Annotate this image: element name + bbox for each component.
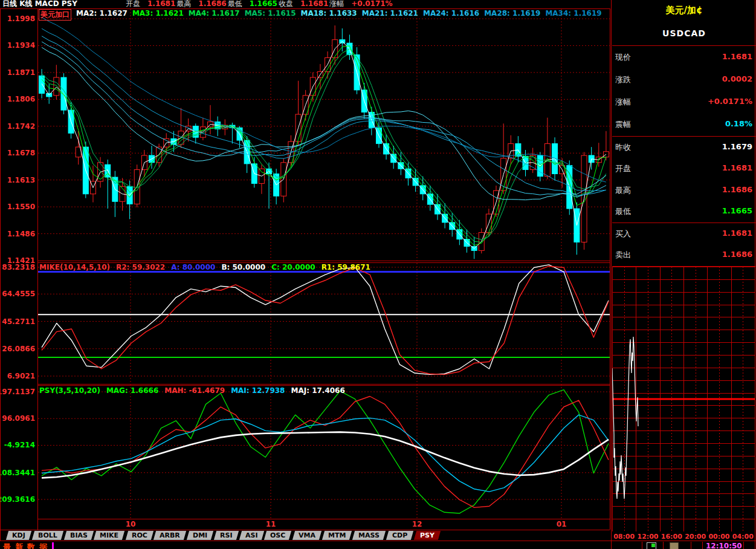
quote-row-value: 1.1679	[722, 142, 752, 153]
quote-field-label: 收盘	[279, 0, 293, 8]
tab-mass[interactable]: MASS	[352, 531, 386, 540]
quote-row-现价: 现价1.1681	[615, 52, 752, 63]
text-cursor	[52, 542, 54, 549]
status-text: 最新数据	[3, 542, 51, 549]
quote-row-label: 最低	[615, 206, 631, 217]
ma-readout: MA18: 1.1633	[301, 9, 357, 21]
svg-text:1.1871: 1.1871	[7, 68, 35, 77]
tab-mike[interactable]: MIKE	[94, 531, 124, 540]
time-label: 12:00	[637, 533, 658, 541]
time-label: 00:00	[708, 533, 729, 541]
svg-text:-209.3616: -209.3616	[0, 495, 35, 504]
quote-row-label: 震幅	[615, 119, 631, 130]
psy-readout: MAJ: 17.4066	[291, 386, 344, 395]
quote-row-最低: 最低1.1665	[615, 206, 752, 217]
indicator-tab-bar: KDJBOLLBIASMIKEROCARBRDMIRSIASIOSCVMAMTM…	[0, 530, 618, 541]
quote-panel: 美元/加¢ USDCAD 08:0012:0016:0020:0000:0004…	[612, 0, 756, 549]
quote-row-value: 1.1665	[722, 206, 752, 217]
quote-row-value: 1.1681	[722, 163, 752, 174]
psy-readout: PSY(3,5,10,20)	[39, 386, 100, 395]
time-label: 16:00	[661, 533, 682, 541]
panel-divider	[612, 136, 756, 137]
svg-text:83.2318: 83.2318	[2, 263, 35, 271]
tab-vma[interactable]: VMA	[292, 531, 321, 540]
svg-text:1.1998: 1.1998	[7, 15, 35, 23]
svg-text:1.1806: 1.1806	[7, 95, 35, 103]
quote-row-value: 1.1681	[722, 52, 752, 63]
ma-readout-row: 美元加口 MA2: 1.1627MA3: 1.1621MA4: 1.1617MA…	[39, 9, 602, 21]
quote-row-label: 现价	[615, 52, 631, 63]
tab-bias[interactable]: BIAS	[63, 531, 93, 540]
mike-readout: MIKE(10,14,5,10)	[39, 263, 110, 271]
intraday-time-axis: 08:0012:0016:0020:0000:0004:00	[612, 533, 755, 541]
quote-row-涨幅: 涨幅+0.0171%	[615, 97, 752, 108]
ma-readout: MA2: 1.1627	[76, 9, 128, 21]
quote-row-value: 0.0002	[722, 74, 752, 85]
time-label: 20:00	[685, 533, 706, 541]
ma-readout: MA24: 1.1616	[423, 9, 479, 21]
svg-text:1.1550: 1.1550	[7, 203, 35, 211]
svg-text:-4.9214: -4.9214	[4, 441, 35, 449]
instrument-label: 美元加口	[39, 9, 71, 21]
instrument-name-cn: 美元/加¢	[612, 5, 756, 16]
mike-readout: R2: 59.3022	[116, 263, 165, 271]
svg-text:64.4555: 64.4555	[2, 290, 35, 298]
mike-readout: A: 80.0000	[171, 263, 215, 271]
tab-mtm[interactable]: MTM	[322, 531, 352, 540]
tab-psy[interactable]: PSY	[414, 531, 441, 540]
quote-row-label: 最高	[615, 185, 631, 196]
svg-text:1.1742: 1.1742	[7, 122, 35, 131]
instrument-code: USDCAD	[612, 28, 756, 38]
quote-row-value: 1.1686	[722, 185, 752, 196]
psy-indicator-header: PSY(3,5,10,20)MAG: 1.6666MAH: -61.4679MA…	[39, 386, 345, 395]
tab-rsi[interactable]: RSI	[214, 531, 239, 540]
quote-field-value: +0.0171%	[351, 0, 392, 8]
psy-readout: MAG: 1.6666	[106, 386, 158, 395]
svg-text:6.9021: 6.9021	[7, 372, 35, 380]
tab-boll[interactable]: BOLL	[32, 531, 63, 540]
quote-row-label: 卖出	[615, 250, 631, 261]
ma-readout: MA4: 1.1617	[189, 9, 240, 21]
mike-readout: R1: 59.8671	[321, 263, 370, 271]
svg-text:1.1934: 1.1934	[7, 41, 35, 50]
svg-text:-108.3441: -108.3441	[0, 469, 35, 477]
panel-divider	[612, 223, 756, 223]
quote-row-label: 昨收	[615, 142, 631, 153]
tab-osc[interactable]: OSC	[264, 531, 292, 540]
tab-cdp[interactable]: CDP	[386, 531, 414, 540]
svg-text:1.1613: 1.1613	[7, 176, 35, 184]
quote-row-震幅: 震幅0.18%	[615, 119, 752, 130]
tab-kdj[interactable]: KDJ	[6, 531, 31, 540]
time-label: 08:00	[613, 533, 635, 541]
quote-row-value: 1.1686	[722, 250, 752, 261]
tab-roc[interactable]: ROC	[125, 531, 153, 540]
intraday-tick-chart[interactable]	[612, 267, 755, 531]
ma-readout: MA28: 1.1619	[484, 9, 540, 21]
tab-arbr[interactable]: ARBR	[153, 531, 186, 540]
chart-header-bar: 日线 K线 MACD PSY 开盘1.1681最高1.1686最低1.1665收…	[0, 0, 611, 8]
tab-asi[interactable]: ASI	[239, 531, 264, 540]
quote-field-value: 1.1681	[300, 0, 328, 8]
quote-row-value: +0.0171%	[708, 97, 752, 108]
svg-text:1.1486: 1.1486	[7, 230, 35, 238]
quote-row-label: 开盘	[615, 163, 631, 174]
tab-dmi[interactable]: DMI	[187, 531, 213, 540]
quote-row-开盘: 开盘1.1681	[615, 163, 752, 174]
quote-row-value: 1.1681	[722, 229, 752, 239]
mike-readout: C: 20.0000	[271, 263, 315, 271]
svg-text:197.1137: 197.1137	[0, 388, 35, 396]
frame-line-left	[0, 8, 1, 541]
mike-readout: B: 50.0000	[221, 263, 265, 271]
svg-text:11: 11	[266, 520, 276, 528]
chart-mode-title: 日线 K线 MACD PSY	[2, 0, 77, 8]
quote-row-label: 涨幅	[615, 97, 631, 108]
panel-divider	[612, 45, 756, 46]
ma-readout: MA3: 1.1621	[132, 9, 184, 21]
quote-row-买入: 买入1.1681	[615, 229, 752, 239]
ma-readout: MA21: 1.1621	[362, 9, 418, 21]
quote-field-label: 开盘	[126, 0, 140, 8]
quote-row-value: 0.18%	[725, 119, 752, 130]
quote-field-label: 最高	[176, 0, 191, 8]
ma-readout: MA5: 1.1615	[245, 9, 296, 21]
quote-row-label: 买入	[615, 229, 631, 239]
